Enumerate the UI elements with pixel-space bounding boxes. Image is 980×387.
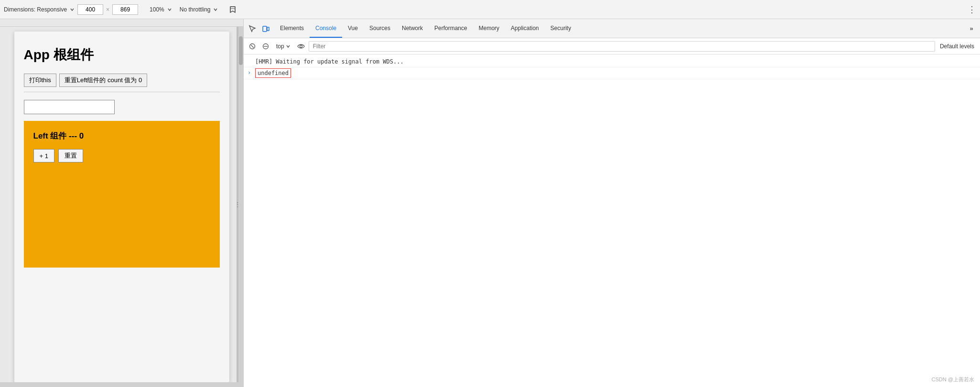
dimensions-label: Dimensions: Responsive bbox=[4, 6, 67, 13]
scrollbar-thumb[interactable] bbox=[239, 36, 243, 65]
capture-icon[interactable] bbox=[226, 3, 239, 16]
zoom-chevron-icon bbox=[167, 7, 172, 12]
height-input[interactable] bbox=[112, 4, 138, 15]
top-toolbar: Dimensions: Responsive × 100% No throttl… bbox=[0, 0, 980, 19]
throttling-label: No throttling bbox=[180, 6, 211, 13]
app-title: App 根组件 bbox=[24, 46, 220, 64]
svg-point-7 bbox=[300, 45, 302, 47]
browser-content: App 根组件 打印this 重置Left组件的 count 值为 0 Left… bbox=[0, 27, 243, 387]
panel-resize-handle[interactable] bbox=[237, 27, 238, 382]
horizontal-scrollbar[interactable] bbox=[0, 382, 238, 387]
svg-line-4 bbox=[251, 45, 254, 48]
tab-vue[interactable]: Vue bbox=[342, 19, 364, 38]
filter-input[interactable] bbox=[309, 41, 935, 52]
app-text-input[interactable] bbox=[24, 100, 115, 114]
throttling-chevron-icon bbox=[213, 7, 218, 12]
devtools-tabs: Elements Console Vue Sources Network Per… bbox=[274, 19, 965, 38]
more-options-icon[interactable]: ⋮ bbox=[968, 4, 976, 15]
reset-count-button[interactable]: 重置Left组件的 count 值为 0 bbox=[59, 74, 148, 87]
console-line-undefined: › undefined bbox=[244, 67, 980, 79]
tab-memory[interactable]: Memory bbox=[473, 19, 505, 38]
page-frame: App 根组件 打印this 重置Left组件的 count 值为 0 Left… bbox=[14, 32, 229, 382]
console-output: [HMR] Waiting for update signal from WDS… bbox=[244, 54, 980, 387]
clear-console-icon[interactable] bbox=[247, 41, 258, 52]
zoom-level: 100% bbox=[150, 6, 164, 13]
width-input[interactable] bbox=[77, 4, 103, 15]
plus-one-button[interactable]: + 1 bbox=[33, 149, 54, 162]
tab-performance[interactable]: Performance bbox=[429, 19, 473, 38]
default-levels-button[interactable]: Default levels bbox=[937, 42, 977, 51]
tab-sources[interactable]: Sources bbox=[364, 19, 396, 38]
print-this-button[interactable]: 打印this bbox=[24, 74, 56, 87]
left-component: Left 组件 --- 0 + 1 重置 bbox=[24, 121, 220, 268]
svg-rect-2 bbox=[267, 27, 269, 31]
console-line-hmr: [HMR] Waiting for update signal from WDS… bbox=[244, 56, 980, 67]
left-component-title: Left 组件 --- 0 bbox=[33, 130, 210, 141]
tab-elements[interactable]: Elements bbox=[274, 19, 310, 38]
block-icon[interactable] bbox=[260, 41, 271, 52]
tab-security[interactable]: Security bbox=[545, 19, 577, 38]
svg-rect-1 bbox=[263, 26, 267, 32]
inspect-element-icon[interactable] bbox=[246, 22, 259, 35]
reset-button[interactable]: 重置 bbox=[58, 149, 83, 162]
chevron-down-icon bbox=[70, 7, 75, 12]
browser-panel: App 根组件 打印this 重置Left组件的 count 值为 0 Left… bbox=[0, 19, 244, 387]
context-value: top bbox=[276, 43, 284, 50]
undefined-badge: undefined bbox=[255, 68, 291, 78]
left-component-buttons: + 1 重置 bbox=[33, 149, 210, 162]
main-layout: App 根组件 打印this 重置Left组件的 count 值为 0 Left… bbox=[0, 19, 980, 387]
context-chevron-icon bbox=[286, 44, 291, 49]
top-ruler bbox=[0, 19, 243, 27]
context-selector[interactable]: top bbox=[273, 42, 293, 51]
csdn-watermark: CSDN @上善若水 bbox=[932, 376, 974, 383]
device-mode-icon[interactable] bbox=[259, 22, 272, 35]
app-buttons-row: 打印this 重置Left组件的 count 值为 0 bbox=[24, 74, 220, 92]
more-tabs-icon[interactable]: » bbox=[965, 22, 978, 35]
console-toolbar: top Default levels bbox=[244, 38, 980, 54]
hmr-message: [HMR] Waiting for update signal from WDS… bbox=[255, 57, 404, 66]
prompt-arrow: › bbox=[248, 68, 251, 77]
devtools-topbar: Elements Console Vue Sources Network Per… bbox=[244, 19, 980, 38]
tab-console[interactable]: Console bbox=[310, 19, 342, 38]
dimension-separator: × bbox=[106, 6, 109, 13]
devtools-panel: Elements Console Vue Sources Network Per… bbox=[244, 19, 980, 387]
live-expressions-icon[interactable] bbox=[295, 41, 307, 52]
tab-application[interactable]: Application bbox=[505, 19, 545, 38]
tab-network[interactable]: Network bbox=[396, 19, 429, 38]
